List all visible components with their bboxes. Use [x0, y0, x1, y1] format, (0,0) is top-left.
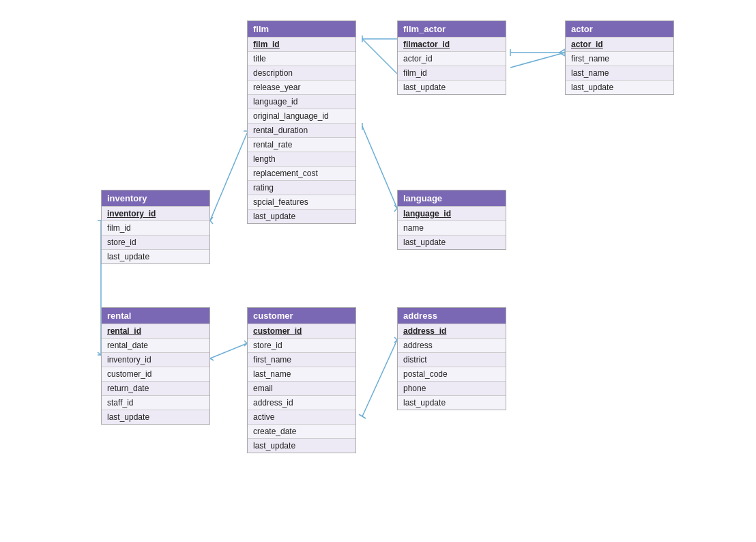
field-customer-address_id: address_id	[248, 395, 355, 410]
field-customer-customer_id: customer_id	[248, 324, 355, 338]
diagram-container: filmfilm_idtitledescriptionrelease_yearl…	[0, 0, 756, 542]
field-address-last_update: last_update	[398, 395, 506, 410]
table-customer: customercustomer_idstore_idfirst_namelas…	[247, 307, 356, 453]
field-film-title: title	[248, 51, 355, 66]
field-film-description: description	[248, 66, 355, 80]
field-rental-return_date: return_date	[102, 381, 209, 395]
field-film_actor-last_update: last_update	[398, 80, 506, 94]
field-rental-last_update: last_update	[102, 410, 209, 424]
field-inventory-last_update: last_update	[102, 249, 209, 263]
field-film-length: length	[248, 152, 355, 166]
field-inventory-inventory_id: inventory_id	[102, 206, 209, 220]
field-customer-create_date: create_date	[248, 424, 355, 438]
field-customer-active: active	[248, 410, 355, 424]
table-actor: actoractor_idfirst_namelast_namelast_upd…	[565, 20, 674, 95]
svg-line-8	[210, 133, 247, 220]
field-film_actor-actor_id: actor_id	[398, 51, 506, 66]
table-header-film_actor: film_actor	[398, 21, 506, 37]
field-inventory-film_id: film_id	[102, 220, 209, 235]
svg-line-16	[359, 414, 366, 418]
svg-line-6	[362, 126, 397, 208]
field-film-spcial_features: spcial_features	[248, 195, 355, 209]
table-header-address: address	[398, 308, 506, 324]
field-address-address_id: address_id	[398, 324, 506, 338]
svg-line-17	[510, 53, 565, 68]
field-customer-email: email	[248, 381, 355, 395]
field-address-address: address	[398, 338, 506, 352]
field-film-film_id: film_id	[248, 37, 355, 51]
field-language-last_update: last_update	[398, 235, 506, 249]
field-rental-inventory_id: inventory_id	[102, 352, 209, 367]
field-address-phone: phone	[398, 381, 506, 395]
field-rental-rental_id: rental_id	[102, 324, 209, 338]
field-language-language_id: language_id	[398, 206, 506, 220]
field-film-release_year: release_year	[248, 80, 355, 94]
table-header-film: film	[248, 21, 355, 37]
field-film-language_id: language_id	[248, 94, 355, 109]
field-customer-store_id: store_id	[248, 338, 355, 352]
table-header-rental: rental	[102, 308, 209, 324]
table-language: languagelanguage_idnamelast_update	[397, 190, 506, 250]
table-film_actor: film_actorfilmactor_idactor_idfilm_idlas…	[397, 20, 506, 95]
field-actor-last_name: last_name	[566, 66, 673, 80]
field-film_actor-filmactor_id: filmactor_id	[398, 37, 506, 51]
field-film-rating: rating	[248, 180, 355, 195]
field-film-rental_duration: rental_duration	[248, 123, 355, 137]
table-film: filmfilm_idtitledescriptionrelease_yearl…	[247, 20, 356, 224]
table-header-language: language	[398, 190, 506, 206]
table-header-inventory: inventory	[102, 190, 209, 206]
table-header-customer: customer	[248, 308, 355, 324]
field-address-postal_code: postal_code	[398, 367, 506, 381]
field-customer-first_name: first_name	[248, 352, 355, 367]
table-header-actor: actor	[566, 21, 673, 37]
field-actor-first_name: first_name	[566, 51, 673, 66]
field-rental-staff_id: staff_id	[102, 395, 209, 410]
field-film-rental_rate: rental_rate	[248, 137, 355, 152]
field-address-district: district	[398, 352, 506, 367]
svg-line-13	[210, 343, 247, 358]
svg-line-15	[362, 340, 397, 416]
field-film-original_language_id: original_language_id	[248, 109, 355, 123]
field-actor-last_update: last_update	[566, 80, 673, 94]
field-film_actor-film_id: film_id	[398, 66, 506, 80]
field-film-last_update: last_update	[248, 209, 355, 223]
field-actor-actor_id: actor_id	[566, 37, 673, 51]
field-language-name: name	[398, 220, 506, 235]
field-film-replacement_cost: replacement_cost	[248, 166, 355, 180]
field-inventory-store_id: store_id	[102, 235, 209, 249]
table-inventory: inventoryinventory_idfilm_idstore_idlast…	[101, 190, 210, 264]
table-address: addressaddress_idaddressdistrictpostal_c…	[397, 307, 506, 410]
field-customer-last_update: last_update	[248, 438, 355, 453]
field-rental-rental_date: rental_date	[102, 338, 209, 352]
svg-line-2	[362, 39, 397, 74]
table-rental: rentalrental_idrental_dateinventory_idcu…	[101, 307, 210, 425]
field-customer-last_name: last_name	[248, 367, 355, 381]
field-rental-customer_id: customer_id	[102, 367, 209, 381]
